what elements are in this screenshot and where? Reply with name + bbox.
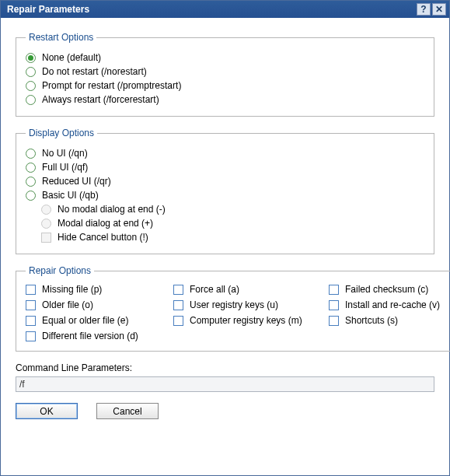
display-options-group: Display Options No UI (/qn) Full UI (/qf… — [16, 128, 434, 254]
repair-c-label: Failed checksum (c) — [345, 284, 428, 295]
ok-button[interactable]: OK — [16, 403, 78, 419]
repair-a-checkbox[interactable] — [173, 285, 183, 295]
repair-v-checkbox[interactable] — [329, 300, 339, 310]
display-qf-radio[interactable] — [26, 163, 36, 173]
display-no-modal-label: No modal dialog at end (-) — [58, 204, 166, 215]
display-qb-radio[interactable] — [26, 191, 36, 201]
display-hide-cancel-checkbox — [41, 233, 51, 243]
repair-s-checkbox[interactable] — [329, 316, 339, 326]
repair-p-checkbox[interactable] — [26, 285, 36, 295]
display-legend: Display Options — [26, 128, 97, 138]
restart-options-group: Restart Options None (default) Do not re… — [16, 32, 434, 117]
repair-c-checkbox[interactable] — [329, 285, 339, 295]
repair-u-checkbox[interactable] — [173, 300, 183, 310]
repair-d-label: Different file version (d) — [42, 331, 138, 341]
restart-legend: Restart Options — [26, 32, 96, 43]
display-qr-label: Reduced UI (/qr) — [42, 176, 111, 187]
restart-norestart-label: Do not restart (/norestart) — [42, 66, 147, 77]
display-no-modal-radio — [41, 205, 51, 215]
display-qn-radio[interactable] — [26, 149, 36, 159]
repair-e-label: Equal or older file (e) — [42, 315, 128, 326]
repair-a-label: Force all (a) — [190, 284, 239, 295]
restart-promptrestart-label: Prompt for restart (/promptrestart) — [42, 80, 181, 91]
dialog-window: Repair Parameters ? ✕ Restart Options No… — [0, 0, 450, 476]
repair-o-label: Older file (o) — [42, 299, 93, 310]
restart-forcerestart-label: Always restart (/forcerestart) — [42, 94, 159, 105]
repair-m-label: Computer registry keys (m) — [190, 315, 302, 326]
display-modal-label: Modal dialog at end (+) — [58, 218, 153, 229]
restart-promptrestart-radio[interactable] — [26, 81, 36, 91]
display-qb-label: Basic UI (/qb) — [42, 190, 99, 201]
display-qn-label: No UI (/qn) — [42, 148, 88, 159]
help-button[interactable]: ? — [417, 3, 431, 16]
repair-o-checkbox[interactable] — [26, 300, 36, 310]
display-modal-radio — [41, 219, 51, 229]
command-line-block: Command Line Parameters: — [16, 362, 434, 392]
display-qf-label: Full UI (/qf) — [42, 162, 88, 173]
repair-m-checkbox[interactable] — [173, 316, 183, 326]
restart-none-radio[interactable] — [26, 53, 36, 63]
repair-v-label: Install and re-cache (v) — [345, 299, 440, 310]
help-icon: ? — [420, 5, 426, 14]
repair-options-group: Repair Options Missing file (p) Force al… — [16, 265, 450, 352]
repair-p-label: Missing file (p) — [42, 284, 102, 295]
repair-legend: Repair Options — [26, 265, 94, 276]
command-line-label: Command Line Parameters: — [16, 362, 434, 373]
title-bar: Repair Parameters ? ✕ — [1, 1, 449, 18]
restart-none-label: None (default) — [42, 52, 101, 63]
window-title: Repair Parameters — [7, 4, 415, 15]
close-button[interactable]: ✕ — [432, 3, 446, 16]
restart-norestart-radio[interactable] — [26, 67, 36, 77]
repair-u-label: User registry keys (u) — [190, 299, 278, 310]
dialog-content: Restart Options None (default) Do not re… — [1, 18, 449, 475]
display-qr-radio[interactable] — [26, 177, 36, 187]
command-line-input[interactable] — [16, 376, 434, 392]
dialog-buttons: OK Cancel — [16, 403, 434, 419]
cancel-button[interactable]: Cancel — [96, 403, 159, 419]
repair-e-checkbox[interactable] — [26, 316, 36, 326]
display-hide-cancel-label: Hide Cancel button (!) — [58, 232, 148, 243]
repair-d-checkbox[interactable] — [26, 331, 36, 341]
repair-s-label: Shortcuts (s) — [345, 315, 398, 326]
close-icon: ✕ — [435, 5, 443, 14]
restart-forcerestart-radio[interactable] — [26, 95, 36, 105]
